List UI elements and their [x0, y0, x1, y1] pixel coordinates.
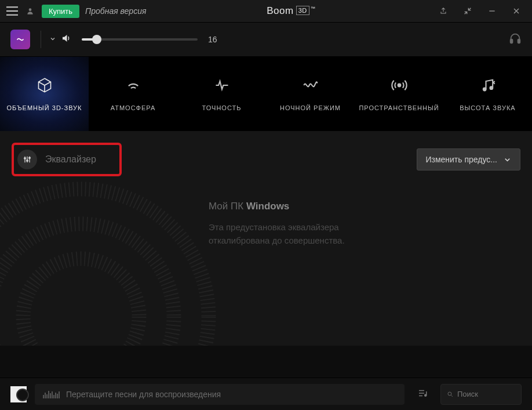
svg-point-8: [0, 189, 209, 346]
equalizer-toggle[interactable]: [17, 150, 37, 169]
main-panel: Эквалайзер Изменить предус... Мой ПК Win…: [0, 131, 532, 346]
svg-rect-2: [518, 39, 520, 43]
headphones-icon[interactable]: [509, 32, 522, 47]
search-icon: [447, 390, 454, 398]
divider: [41, 31, 41, 48]
drop-text: Перетащите песни для воспроизведения: [66, 390, 221, 399]
equalizer-highlight: Эквалайзер: [12, 143, 122, 176]
svg-point-7: [0, 224, 174, 346]
wifi-icon: [125, 77, 141, 94]
tab-spatial[interactable]: ПРОСТРАНСТВЕННЫЙ: [355, 57, 443, 131]
search-input[interactable]: [457, 390, 515, 398]
compact-icon[interactable]: [460, 1, 475, 21]
app-window: Купить Пробная версия Boom3D™: [0, 0, 532, 410]
buy-button[interactable]: Купить: [42, 5, 79, 18]
pitch-icon: [480, 77, 496, 94]
svg-point-3: [398, 84, 400, 87]
effect-tabs: ОБЪЕМНЫЙ 3D-ЗВУК АТМОСФЕРА ТОЧНОСТЬ НОЧН…: [0, 57, 532, 131]
chevron-down-icon: [503, 155, 512, 164]
svg-point-10: [27, 160, 28, 162]
svg-rect-1: [511, 39, 513, 43]
tab-label: ТОЧНОСТЬ: [202, 104, 242, 111]
search-box[interactable]: [440, 384, 522, 405]
speaker-icon[interactable]: [61, 33, 71, 46]
tab-label: НОЧНОЙ РЕЖИМ: [280, 104, 341, 111]
hamburger-menu-icon[interactable]: [2, 1, 22, 21]
svg-point-13: [448, 392, 451, 396]
svg-point-5: [490, 86, 493, 89]
tab-3d-surround[interactable]: ОБЪЕМНЫЙ 3D-ЗВУК: [0, 57, 89, 131]
volume-value: 16: [208, 35, 217, 44]
drop-area[interactable]: Перетащите песни для воспроизведения: [35, 384, 405, 405]
user-icon[interactable]: [22, 1, 38, 21]
cube-icon: [37, 77, 53, 94]
preset-info: Мой ПК Windows Эта предустановка эквалай…: [209, 201, 371, 248]
app-title: Boom3D™: [146, 5, 436, 17]
volume-row: 16: [0, 22, 532, 57]
change-preset-button[interactable]: Изменить предус...: [417, 148, 520, 170]
boom-app-icon[interactable]: [10, 30, 30, 49]
tab-label: ПРОСТРАНСТВЕННЫЙ: [359, 104, 439, 111]
volume-slider[interactable]: [82, 38, 198, 41]
svg-point-6: [23, 259, 139, 346]
titlebar-right: [436, 1, 524, 21]
preset-description: Эта предустановка эквалайзера откалибров…: [209, 220, 371, 248]
svg-point-4: [483, 88, 486, 91]
decorative-circles: [0, 166, 232, 346]
tab-fidelity[interactable]: ТОЧНОСТЬ: [177, 57, 266, 131]
minimize-button[interactable]: [484, 1, 500, 21]
album-art-icon[interactable]: [10, 386, 27, 402]
tab-night-mode[interactable]: НОЧНОЙ РЕЖИМ: [266, 57, 355, 131]
preset-title: Мой ПК Windows: [209, 201, 371, 212]
spatial-icon: [391, 77, 407, 94]
titlebar: Купить Пробная версия Boom3D™: [0, 0, 532, 22]
tab-label: АТМОСФЕРА: [111, 104, 156, 111]
pulse-icon: [214, 77, 230, 94]
close-button[interactable]: [509, 1, 524, 21]
chevron-down-icon[interactable]: [49, 34, 56, 45]
wave-icon: [303, 77, 319, 94]
tab-label: ВЫСОТА ЗВУКА: [460, 104, 515, 111]
svg-point-9: [24, 158, 26, 159]
svg-point-11: [29, 157, 31, 159]
tab-label: ОБЪЕМНЫЙ 3D-ЗВУК: [7, 104, 82, 111]
equalizer-row: Эквалайзер Изменить предус...: [12, 143, 520, 176]
tab-ambience[interactable]: АТМОСФЕРА: [89, 57, 177, 131]
equalizer-label: Эквалайзер: [45, 154, 96, 165]
waveform-icon: [43, 390, 60, 398]
trial-label: Пробная версия: [85, 6, 146, 16]
share-icon[interactable]: [436, 1, 451, 21]
bottom-bar: Перетащите песни для воспроизведения: [0, 378, 532, 410]
queue-icon[interactable]: [417, 388, 428, 401]
tab-pitch[interactable]: ВЫСОТА ЗВУКА: [443, 57, 532, 131]
svg-point-0: [29, 8, 32, 11]
